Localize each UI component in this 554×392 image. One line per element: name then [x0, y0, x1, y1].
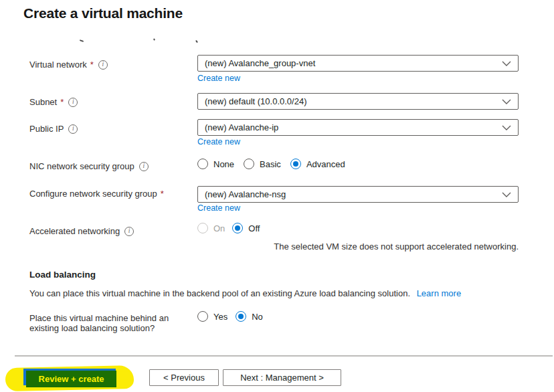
radio-label: Advanced [306, 159, 345, 169]
label-text: Subnet [29, 97, 57, 107]
radio-advanced[interactable]: Advanced [290, 159, 345, 169]
radio-no[interactable]: No [236, 311, 263, 322]
review-create-label: Review + create [39, 374, 104, 384]
radio-on: On [197, 223, 225, 233]
info-icon[interactable]: i [139, 162, 149, 171]
radio-off[interactable]: Off [232, 223, 260, 233]
label-text: Accelerated networking [29, 226, 120, 236]
nic-nsg-radio-group: None Basic Advanced [197, 159, 345, 169]
radio-label: Off [248, 223, 260, 233]
load-balancer-radio-group: Yes No [197, 311, 263, 322]
info-icon[interactable]: i [124, 227, 134, 236]
page-title: Create a virtual machine [23, 5, 183, 21]
virtual-network-create-new-link[interactable]: Create new [197, 74, 240, 83]
virtual-network-label: Virtual network* i [29, 60, 108, 70]
configure-nsg-label: Configure network security group* [29, 189, 164, 199]
radio-label: On [213, 223, 225, 233]
radio-circle [236, 311, 246, 322]
chevron-down-icon [502, 61, 511, 66]
label-text: Public IP [29, 124, 64, 134]
radio-circle [197, 223, 208, 233]
radio-circle [290, 159, 301, 169]
previous-button[interactable]: < Previous [149, 369, 219, 386]
networking-tab-content: Create a virtual machine Virtual network… [0, 0, 554, 392]
erased-text-artifact [80, 39, 84, 42]
public-ip-create-new-link[interactable]: Create new [197, 137, 240, 146]
accelerated-networking-label: Accelerated networking i [29, 226, 134, 236]
required-marker: * [60, 97, 64, 107]
radio-label: None [213, 159, 234, 169]
configure-nsg-create-new-link[interactable]: Create new [197, 203, 240, 213]
label-text: Virtual network [29, 60, 87, 70]
public-ip-select[interactable]: (new) Avalanche-ip [197, 119, 519, 136]
footer-divider [15, 355, 553, 357]
review-create-button[interactable]: Review + create [23, 369, 116, 385]
next-management-button[interactable]: Next : Management > [223, 369, 341, 386]
radio-label: Yes [213, 312, 227, 322]
review-create-button-highlighted: Review + create [26, 371, 116, 387]
radio-label: No [252, 312, 263, 322]
accelerated-networking-note: The selected VM size does not support ac… [197, 241, 519, 252]
configure-nsg-select[interactable]: (new) Avalanche-nsg [197, 186, 519, 203]
chevron-down-icon [502, 192, 511, 197]
accelerated-networking-radio-group: On Off [197, 223, 260, 233]
radio-circle [197, 159, 208, 169]
public-ip-value: (new) Avalanche-ip [205, 122, 496, 132]
erased-text-artifact [153, 38, 155, 41]
required-marker: * [90, 60, 94, 70]
info-icon[interactable]: i [68, 98, 78, 107]
radio-yes[interactable]: Yes [197, 311, 227, 322]
learn-more-link[interactable]: Learn more [417, 288, 461, 298]
subnet-label: Subnet* i [29, 97, 78, 107]
chevron-down-icon [502, 125, 511, 130]
nic-nsg-label: NIC network security group i [29, 161, 149, 171]
description-text: You can place this virtual machine in th… [29, 288, 410, 298]
load-balancer-question-label: Place this virtual machine behind an exi… [29, 313, 195, 333]
load-balancing-description: You can place this virtual machine in th… [29, 288, 461, 298]
radio-basic[interactable]: Basic [244, 159, 281, 169]
public-ip-label: Public IP i [29, 124, 78, 134]
radio-circle [232, 223, 243, 233]
load-balancing-heading: Load balancing [29, 270, 96, 280]
configure-nsg-value: (new) Avalanche-nsg [205, 189, 496, 199]
radio-circle [244, 159, 254, 169]
info-icon[interactable]: i [68, 124, 78, 134]
radio-circle [197, 311, 208, 322]
chevron-down-icon [502, 99, 511, 104]
label-text: NIC network security group [29, 161, 134, 171]
virtual-network-select[interactable]: (new) Avalanche_group-vnet [197, 55, 519, 72]
label-text: Configure network security group [29, 189, 157, 199]
info-icon[interactable]: i [98, 60, 108, 70]
radio-none[interactable]: None [197, 159, 234, 169]
virtual-network-value: (new) Avalanche_group-vnet [205, 58, 496, 68]
subnet-value: (new) default (10.0.0.0/24) [205, 96, 496, 106]
subnet-select[interactable]: (new) default (10.0.0.0/24) [197, 93, 519, 110]
radio-label: Basic [260, 159, 281, 169]
required-marker: * [161, 189, 164, 199]
erased-text-artifact [195, 40, 198, 43]
